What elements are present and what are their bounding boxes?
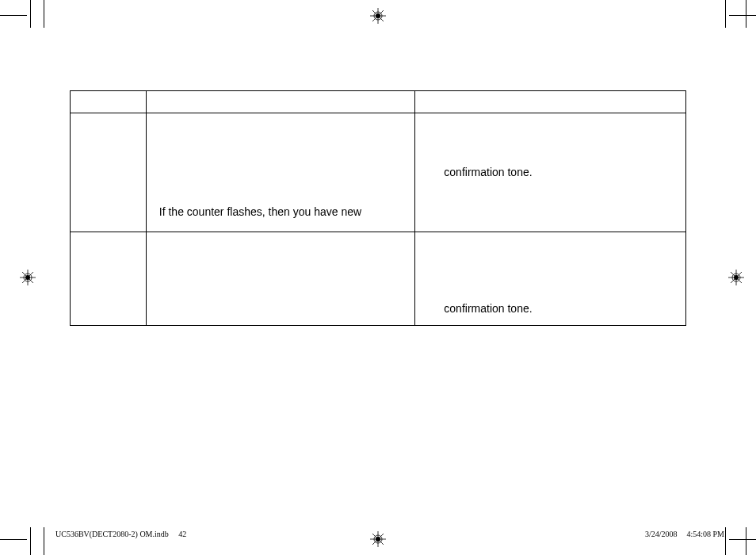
footer-left: UC536BV(DECT2080-2) OM.indb 42 <box>55 530 186 538</box>
table-cell <box>415 91 686 113</box>
table-cell <box>71 113 147 232</box>
table-row: confirmation tone. <box>71 232 686 326</box>
table-cell <box>146 232 415 326</box>
table-cell: If the counter flashes, then you have ne… <box>146 113 415 232</box>
footer-page: 42 <box>178 530 186 538</box>
table-cell <box>146 91 415 113</box>
table-cell: confirmation tone. <box>415 113 686 232</box>
table-header-row <box>71 91 686 113</box>
registration-mark-icon <box>370 8 386 24</box>
document-table: If the counter flashes, then you have ne… <box>70 90 686 326</box>
page-footer: UC536BV(DECT2080-2) OM.indb 42 3/24/2008… <box>55 530 724 538</box>
footer-date: 3/24/2008 <box>645 530 678 538</box>
table-cell: confirmation tone. <box>415 232 686 326</box>
registration-mark-icon <box>20 270 36 285</box>
footer-right: 3/24/2008 4:54:08 PM <box>645 530 724 538</box>
footer-filename: UC536BV(DECT2080-2) OM.indb <box>55 530 169 538</box>
table-cell <box>71 91 147 113</box>
table-row: If the counter flashes, then you have ne… <box>71 113 686 232</box>
footer-time: 4:54:08 PM <box>686 530 724 538</box>
table-cell <box>71 232 147 326</box>
registration-mark-icon <box>728 270 744 285</box>
